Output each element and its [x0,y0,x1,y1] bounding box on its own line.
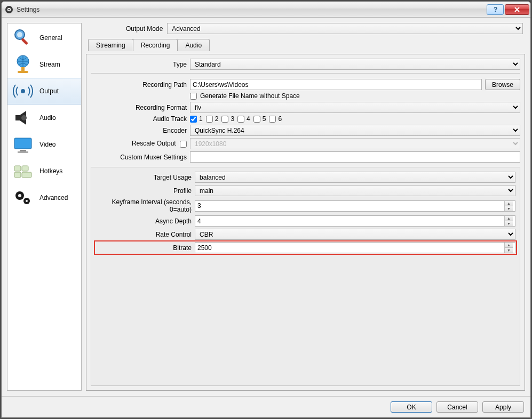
no-space-checkbox[interactable] [190,93,197,100]
bitrate-label: Bitrate [96,244,192,252]
type-row: Type Standard [91,59,520,70]
target-row: Target Usage balanced [96,172,515,183]
rescale-select: 1920x1080 [190,138,520,149]
chevron-down-icon[interactable]: ▼ [504,248,513,253]
close-button[interactable] [505,4,529,15]
output-mode-select[interactable]: Advanced [167,23,523,34]
no-space-row: Generate File Name without Space [91,92,520,100]
settings-window: Settings ? General Stream Output Audio [1,1,531,418]
keyboard-icon [12,160,34,182]
muxer-label: Custom Muxer Settings [91,154,187,161]
track-5-checkbox[interactable] [253,116,260,123]
app-icon [5,5,13,14]
recording-panel: Type Standard Recording Path Browse [86,54,525,391]
profile-select[interactable]: main [195,185,515,196]
track-4-checkbox[interactable] [237,116,244,123]
wrench-icon [12,27,34,49]
sidebar-item-advanced[interactable]: Advanced [7,184,81,211]
sidebar-item-video[interactable]: Video [7,131,81,158]
sidebar-item-label: Output [39,87,59,95]
main-panel: Output Mode Advanced Streaming Recording… [86,23,525,391]
svg-rect-9 [18,71,28,73]
window-body: General Stream Output Audio Video Hotkey… [2,18,530,396]
keyframe-spinner[interactable]: ▲▼ [195,200,515,212]
chevron-up-icon[interactable]: ▲ [504,243,513,248]
svg-rect-8 [21,67,25,71]
rate-label: Rate Control [96,231,192,238]
tab-streaming[interactable]: Streaming [88,39,133,51]
sidebar-item-label: Advanced [39,194,68,202]
speaker-icon [12,107,34,129]
track-5-label: 5 [263,115,266,123]
format-select[interactable]: flv [190,102,520,113]
path-input[interactable] [190,79,482,90]
globe-icon [12,53,34,76]
muxer-input[interactable] [190,151,520,163]
target-label: Target Usage [96,174,192,181]
sidebar-item-general[interactable]: General [7,25,81,51]
sidebar-item-label: General [39,34,62,42]
chevron-up-icon[interactable]: ▲ [504,201,513,206]
sidebar-item-label: Audio [39,114,56,122]
footer: OK Cancel Apply [2,396,530,417]
keyframe-row: Keyframe Interval (seconds, 0=auto) ▲▼ [96,198,515,213]
ok-button[interactable]: OK [391,401,432,413]
apply-button[interactable]: Apply [482,401,524,413]
async-spinner[interactable]: ▲▼ [195,215,515,227]
track-3-checkbox[interactable] [221,116,228,123]
tab-recording[interactable]: Recording [133,39,178,51]
track-2-checkbox[interactable] [206,116,213,123]
rescale-label: Rescale Output [91,140,187,147]
track-6-checkbox[interactable] [269,116,276,123]
sidebar-item-audio[interactable]: Audio [7,104,81,131]
svg-point-20 [18,194,21,197]
svg-point-22 [26,200,28,202]
tab-audio[interactable]: Audio [177,39,210,51]
rescale-checkbox[interactable] [180,141,187,148]
encoder-settings-box: Target Usage balanced Profile main Keyfr… [91,167,520,386]
sidebar-item-label: Stream [39,61,60,68]
chevron-down-icon[interactable]: ▼ [504,221,513,226]
rate-select[interactable]: CBR [195,229,515,240]
muxer-row: Custom Muxer Settings [91,151,520,163]
sidebar-item-stream[interactable]: Stream [7,51,81,78]
encoder-row: Encoder QuickSync H.264 [91,125,520,136]
encoder-select[interactable]: QuickSync H.264 [190,125,520,136]
type-select[interactable]: Standard [190,59,520,70]
gear-icon [12,187,34,209]
chevron-down-icon[interactable]: ▼ [504,206,513,211]
output-mode-row: Output Mode Advanced [86,23,525,34]
help-button[interactable]: ? [487,4,504,15]
svg-rect-17 [14,172,21,178]
sidebar-item-output[interactable]: Output [7,78,81,104]
chevron-up-icon[interactable]: ▲ [504,216,513,221]
no-space-label: Generate File Name without Space [200,92,300,100]
bitrate-spinner[interactable]: ▲▼ [195,242,515,253]
sidebar-item-hotkeys[interactable]: Hotkeys [7,158,81,184]
track-1-checkbox[interactable] [190,116,197,123]
svg-rect-12 [14,138,31,149]
bitrate-row: Bitrate ▲▼ [96,242,515,253]
track-6-label: 6 [278,115,282,123]
target-select[interactable]: balanced [195,172,515,183]
encoder-label: Encoder [91,127,187,134]
path-row: Recording Path Browse [91,79,520,90]
sidebar: General Stream Output Audio Video Hotkey… [7,23,82,391]
svg-rect-15 [14,166,21,171]
sidebar-item-label: Video [39,141,55,148]
cancel-button[interactable]: Cancel [436,401,478,413]
track-1-label: 1 [199,115,203,123]
divider [91,73,520,74]
keyframe-label: Keyframe Interval (seconds, 0=auto) [96,198,192,213]
monitor-icon [12,133,34,156]
path-label: Recording Path [91,81,187,88]
browse-button[interactable]: Browse [485,79,520,90]
output-mode-label: Output Mode [88,25,163,33]
tabbar: Streaming Recording Audio [86,38,525,51]
async-label: Async Depth [96,217,192,225]
svg-text:?: ? [494,7,497,12]
sidebar-item-label: Hotkeys [39,167,62,175]
svg-rect-14 [18,151,28,153]
svg-rect-18 [22,172,31,178]
async-row: Async Depth ▲▼ [96,215,515,227]
